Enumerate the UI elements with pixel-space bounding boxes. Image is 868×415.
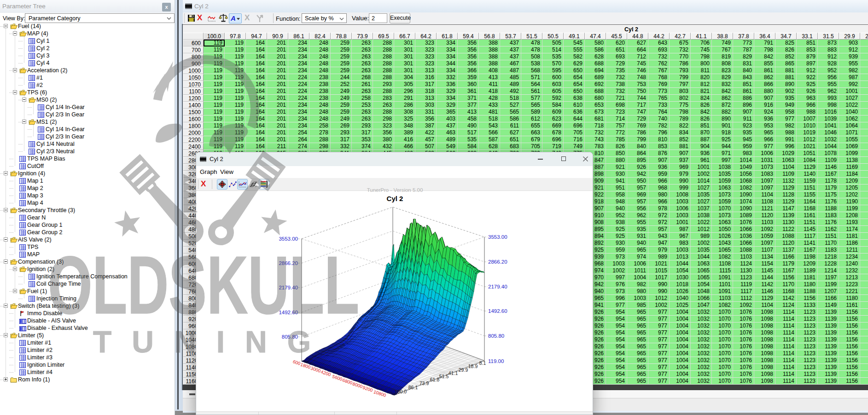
svg-text:18.9: 18.9 — [468, 363, 478, 369]
svg-text:2179.40: 2179.40 — [279, 285, 298, 290]
svg-text:2866.20: 2866.20 — [488, 259, 507, 265]
svg-text:805.80: 805.80 — [488, 333, 504, 339]
svg-text:1492.60: 1492.60 — [488, 308, 507, 314]
svg-text:86.1: 86.1 — [408, 385, 418, 390]
svg-text:29.9: 29.9 — [459, 367, 468, 373]
svg-text:3553.00: 3553.00 — [488, 234, 507, 240]
svg-text:2179.40: 2179.40 — [488, 284, 507, 289]
svg-text:100.0: 100.0 — [395, 389, 407, 394]
svg-text:51.5: 51.5 — [439, 374, 449, 379]
svg-text:61.8: 61.8 — [430, 377, 440, 382]
svg-text:805.80: 805.80 — [282, 334, 298, 340]
svg-text:41.1: 41.1 — [449, 370, 458, 376]
svg-text:119.00: 119.00 — [488, 358, 504, 364]
svg-text:73.9: 73.9 — [419, 380, 429, 386]
svg-text:600: 600 — [292, 359, 302, 366]
svg-text:2866.20: 2866.20 — [279, 260, 298, 266]
svg-text:8.1: 8.1 — [479, 360, 486, 366]
svg-text:3553.00: 3553.00 — [279, 236, 298, 242]
svg-text:1492.60: 1492.60 — [279, 310, 298, 315]
